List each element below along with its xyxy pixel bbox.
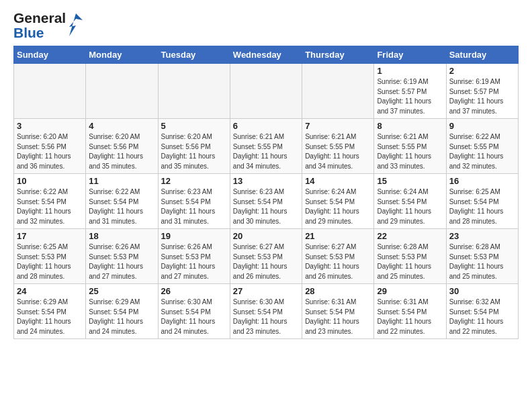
calendar-cell: 22Sunrise: 6:28 AM Sunset: 5:53 PM Dayli… <box>374 229 446 284</box>
day-number: 15 <box>377 176 443 186</box>
day-number: 27 <box>233 286 299 296</box>
cell-info: Sunrise: 6:31 AM Sunset: 5:54 PM Dayligh… <box>377 298 443 336</box>
calendar-cell <box>14 64 86 119</box>
day-number: 16 <box>449 176 515 186</box>
cell-info: Sunrise: 6:27 AM Sunset: 5:53 PM Dayligh… <box>233 242 299 281</box>
day-number: 2 <box>449 66 515 76</box>
calendar-cell: 8Sunrise: 6:21 AM Sunset: 5:55 PM Daylig… <box>374 119 446 174</box>
cell-info: Sunrise: 6:21 AM Sunset: 5:55 PM Dayligh… <box>233 132 299 171</box>
calendar-cell: 27Sunrise: 6:30 AM Sunset: 5:54 PM Dayli… <box>230 284 302 339</box>
calendar-week-2: 3Sunrise: 6:20 AM Sunset: 5:56 PM Daylig… <box>14 119 519 174</box>
day-number: 25 <box>89 286 154 296</box>
calendar-week-3: 10Sunrise: 6:22 AM Sunset: 5:54 PM Dayli… <box>14 174 519 229</box>
calendar-cell <box>230 64 302 119</box>
calendar-cell: 3Sunrise: 6:20 AM Sunset: 5:56 PM Daylig… <box>14 119 86 174</box>
calendar: SundayMondayTuesdayWednesdayThursdayFrid… <box>13 46 519 339</box>
day-number: 8 <box>377 121 443 131</box>
header: General Blue <box>13 11 519 40</box>
cell-info: Sunrise: 6:27 AM Sunset: 5:53 PM Dayligh… <box>305 242 371 281</box>
calendar-week-5: 24Sunrise: 6:29 AM Sunset: 5:54 PM Dayli… <box>14 284 519 339</box>
day-number: 9 <box>449 121 515 131</box>
day-number: 22 <box>377 231 443 241</box>
calendar-cell <box>158 64 230 119</box>
calendar-cell: 5Sunrise: 6:20 AM Sunset: 5:56 PM Daylig… <box>158 119 230 174</box>
calendar-week-1: 1Sunrise: 6:19 AM Sunset: 5:57 PM Daylig… <box>14 64 519 119</box>
day-number: 23 <box>449 231 515 241</box>
page: General Blue SundayMondayTuesdayWednesda… <box>0 0 532 347</box>
logo: General Blue <box>13 11 83 40</box>
calendar-cell: 11Sunrise: 6:22 AM Sunset: 5:54 PM Dayli… <box>86 174 158 229</box>
day-number: 28 <box>305 286 371 296</box>
cell-info: Sunrise: 6:20 AM Sunset: 5:56 PM Dayligh… <box>17 132 83 171</box>
calendar-cell <box>302 64 374 119</box>
calendar-cell: 20Sunrise: 6:27 AM Sunset: 5:53 PM Dayli… <box>230 229 302 284</box>
day-number: 24 <box>17 286 83 296</box>
calendar-cell: 24Sunrise: 6:29 AM Sunset: 5:54 PM Dayli… <box>14 284 86 339</box>
calendar-cell: 26Sunrise: 6:30 AM Sunset: 5:54 PM Dayli… <box>158 284 230 339</box>
cell-info: Sunrise: 6:30 AM Sunset: 5:54 PM Dayligh… <box>233 298 299 336</box>
day-number: 4 <box>89 121 154 131</box>
day-number: 18 <box>89 231 154 241</box>
cell-info: Sunrise: 6:20 AM Sunset: 5:56 PM Dayligh… <box>161 132 227 171</box>
cell-info: Sunrise: 6:24 AM Sunset: 5:54 PM Dayligh… <box>305 187 371 226</box>
calendar-cell: 16Sunrise: 6:25 AM Sunset: 5:54 PM Dayli… <box>446 174 518 229</box>
calendar-cell: 2Sunrise: 6:19 AM Sunset: 5:57 PM Daylig… <box>446 64 518 119</box>
cell-info: Sunrise: 6:24 AM Sunset: 5:54 PM Dayligh… <box>377 187 443 226</box>
calendar-cell: 12Sunrise: 6:23 AM Sunset: 5:54 PM Dayli… <box>158 174 230 229</box>
logo-general: General <box>13 11 66 26</box>
day-number: 17 <box>17 231 83 241</box>
weekday-header-wednesday: Wednesday <box>230 46 302 64</box>
logo-icon <box>69 12 83 40</box>
cell-info: Sunrise: 6:21 AM Sunset: 5:55 PM Dayligh… <box>377 132 443 171</box>
calendar-cell: 9Sunrise: 6:22 AM Sunset: 5:55 PM Daylig… <box>446 119 518 174</box>
calendar-cell: 19Sunrise: 6:26 AM Sunset: 5:53 PM Dayli… <box>158 229 230 284</box>
weekday-header-row: SundayMondayTuesdayWednesdayThursdayFrid… <box>14 46 519 64</box>
day-number: 11 <box>89 176 154 186</box>
weekday-header-tuesday: Tuesday <box>158 46 230 64</box>
cell-info: Sunrise: 6:26 AM Sunset: 5:53 PM Dayligh… <box>161 242 227 281</box>
calendar-cell: 4Sunrise: 6:20 AM Sunset: 5:56 PM Daylig… <box>86 119 158 174</box>
calendar-cell: 15Sunrise: 6:24 AM Sunset: 5:54 PM Dayli… <box>374 174 446 229</box>
calendar-cell: 29Sunrise: 6:31 AM Sunset: 5:54 PM Dayli… <box>374 284 446 339</box>
calendar-week-4: 17Sunrise: 6:25 AM Sunset: 5:53 PM Dayli… <box>14 229 519 284</box>
cell-info: Sunrise: 6:22 AM Sunset: 5:55 PM Dayligh… <box>449 132 515 171</box>
cell-info: Sunrise: 6:19 AM Sunset: 5:57 PM Dayligh… <box>377 77 443 116</box>
day-number: 13 <box>233 176 299 186</box>
calendar-cell: 23Sunrise: 6:28 AM Sunset: 5:53 PM Dayli… <box>446 229 518 284</box>
day-number: 19 <box>161 231 227 241</box>
day-number: 6 <box>233 121 299 131</box>
cell-info: Sunrise: 6:31 AM Sunset: 5:54 PM Dayligh… <box>305 298 371 336</box>
calendar-cell: 25Sunrise: 6:29 AM Sunset: 5:54 PM Dayli… <box>86 284 158 339</box>
calendar-cell: 21Sunrise: 6:27 AM Sunset: 5:53 PM Dayli… <box>302 229 374 284</box>
day-number: 5 <box>161 121 227 131</box>
day-number: 14 <box>305 176 371 186</box>
day-number: 30 <box>449 286 515 296</box>
day-number: 1 <box>377 66 443 76</box>
cell-info: Sunrise: 6:21 AM Sunset: 5:55 PM Dayligh… <box>305 132 371 171</box>
day-number: 10 <box>17 176 83 186</box>
weekday-header-sunday: Sunday <box>14 46 86 64</box>
cell-info: Sunrise: 6:20 AM Sunset: 5:56 PM Dayligh… <box>89 132 154 171</box>
cell-info: Sunrise: 6:28 AM Sunset: 5:53 PM Dayligh… <box>377 242 443 281</box>
cell-info: Sunrise: 6:23 AM Sunset: 5:54 PM Dayligh… <box>161 187 227 226</box>
weekday-header-monday: Monday <box>86 46 158 64</box>
cell-info: Sunrise: 6:29 AM Sunset: 5:54 PM Dayligh… <box>89 298 154 336</box>
day-number: 20 <box>233 231 299 241</box>
calendar-cell: 6Sunrise: 6:21 AM Sunset: 5:55 PM Daylig… <box>230 119 302 174</box>
day-number: 29 <box>377 286 443 296</box>
cell-info: Sunrise: 6:25 AM Sunset: 5:54 PM Dayligh… <box>449 187 515 226</box>
day-number: 3 <box>17 121 83 131</box>
weekday-header-saturday: Saturday <box>446 46 518 64</box>
calendar-cell: 17Sunrise: 6:25 AM Sunset: 5:53 PM Dayli… <box>14 229 86 284</box>
weekday-header-friday: Friday <box>374 46 446 64</box>
calendar-cell <box>86 64 158 119</box>
calendar-cell: 1Sunrise: 6:19 AM Sunset: 5:57 PM Daylig… <box>374 64 446 119</box>
calendar-cell: 10Sunrise: 6:22 AM Sunset: 5:54 PM Dayli… <box>14 174 86 229</box>
svg-marker-0 <box>69 13 83 36</box>
calendar-cell: 7Sunrise: 6:21 AM Sunset: 5:55 PM Daylig… <box>302 119 374 174</box>
cell-info: Sunrise: 6:32 AM Sunset: 5:54 PM Dayligh… <box>449 298 515 336</box>
day-number: 12 <box>161 176 227 186</box>
weekday-header-thursday: Thursday <box>302 46 374 64</box>
cell-info: Sunrise: 6:25 AM Sunset: 5:53 PM Dayligh… <box>17 242 83 281</box>
calendar-cell: 30Sunrise: 6:32 AM Sunset: 5:54 PM Dayli… <box>446 284 518 339</box>
